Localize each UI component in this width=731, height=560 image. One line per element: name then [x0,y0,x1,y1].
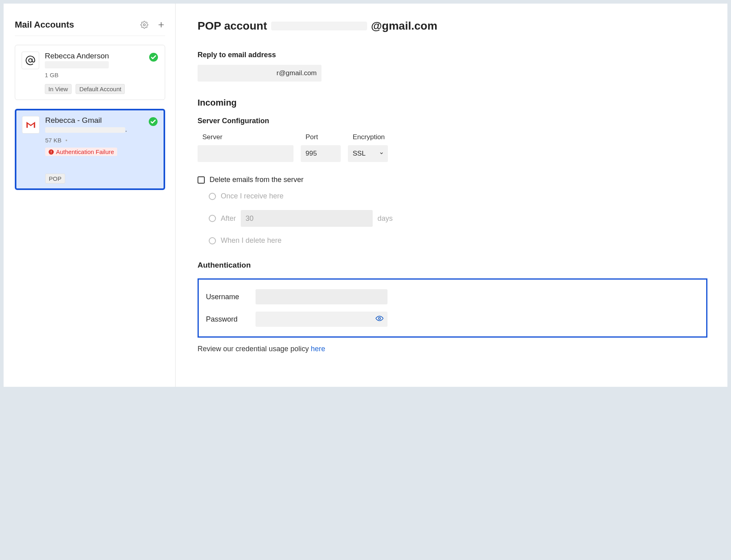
at-icon [22,52,39,69]
radio-icon[interactable] [209,237,216,244]
delete-emails-label: Delete emails from the server [210,176,304,184]
password-label: Password [206,315,246,324]
svg-point-3 [29,59,32,62]
checkbox-icon[interactable] [198,176,205,184]
add-icon[interactable] [157,21,165,29]
reply-to-input[interactable]: r@gmail.com [198,65,322,82]
radio-icon[interactable] [209,215,216,222]
account-size: 57 KB [45,137,62,144]
page-title: POP account @gmail.com [198,20,707,32]
check-icon [149,52,158,62]
svg-point-0 [144,24,146,26]
tag-default-account: Default Account [76,84,125,94]
sidebar-title: Mail Accounts [15,20,74,30]
gmail-icon [22,116,40,134]
server-label: Server [198,133,294,141]
radio-once-receive[interactable]: Once I receive here [209,192,707,200]
username-label: Username [206,293,246,301]
delete-emails-checkbox-row[interactable]: Delete emails from the server [198,176,707,184]
port-input[interactable] [301,145,341,162]
tag-in-view: In View [45,84,72,94]
account-card[interactable]: Rebecca Anderson 1 GB In View Default Ac… [15,45,165,100]
eye-icon[interactable] [375,314,383,324]
svg-point-9 [379,318,381,320]
radio-icon[interactable] [209,193,216,200]
check-icon [148,117,158,126]
policy-link[interactable]: here [311,345,325,353]
account-size: 1 GB [45,72,58,78]
encryption-select[interactable]: SSL [348,145,388,162]
auth-failure-badge: Authentication Failure [45,148,117,156]
encryption-label: Encryption [348,133,388,141]
username-input[interactable] [256,289,387,304]
server-config-row: Server Port Encryption SSL [198,133,707,162]
main-panel: POP account @gmail.com Reply to email ad… [176,4,727,387]
tag-pop: POP [45,174,65,184]
account-name: Rebecca - Gmail [45,116,143,125]
incoming-title: Incoming [198,98,707,108]
authentication-box: Username Password [198,278,707,338]
authentication-title: Authentication [198,261,707,270]
account-card-selected[interactable]: Rebecca - Gmail . 57 KB Authentication F… [15,109,165,190]
delete-options: Once I receive here After days When I de… [198,192,707,245]
redacted-email-part [271,22,367,30]
chevron-down-icon [379,150,384,158]
app-shell: Mail Accounts Rebecca Anderson [3,3,728,387]
svg-rect-6 [51,150,51,152]
account-email-redacted [45,61,109,68]
svg-rect-7 [51,153,51,153]
sidebar-actions [140,21,165,29]
server-input[interactable] [198,145,294,162]
server-config-label: Server Configuration [198,117,707,125]
port-label: Port [301,133,341,141]
password-input[interactable] [256,312,387,327]
account-name: Rebecca Anderson [45,52,143,60]
reply-to-label: Reply to email address [198,51,707,59]
radio-when-delete[interactable]: When I delete here [209,236,707,245]
account-email: . [45,126,143,134]
sidebar-header: Mail Accounts [15,20,165,36]
sidebar: Mail Accounts Rebecca Anderson [4,4,176,387]
gear-icon[interactable] [140,21,148,29]
radio-after-days[interactable]: After days [209,210,707,227]
policy-text: Review our credential usage policy here [198,345,707,353]
after-days-input[interactable] [241,210,373,227]
